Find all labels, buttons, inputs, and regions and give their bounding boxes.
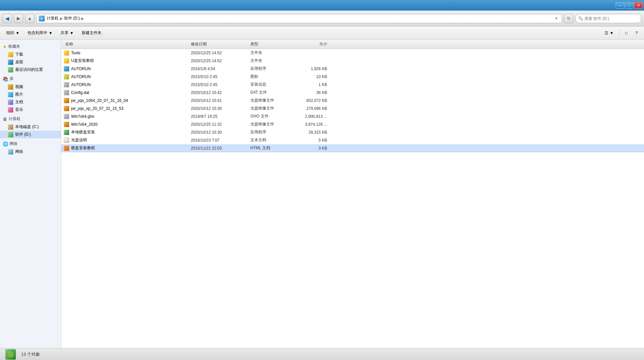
table-row[interactable]: AUTORUN 2016/1/8 4:54 应用程序 1,926 KB: [61, 65, 644, 73]
file-cell-date: 2020/10/12 15:42: [190, 90, 249, 95]
table-row[interactable]: Tools 2020/12/25 14:52 文件夹: [61, 49, 644, 57]
table-row[interactable]: pe_yqs_1064_20_07_31_16_04 2020/10/12 15…: [61, 97, 644, 105]
library-section: 📚 库 视频 图片 文档 音乐: [0, 75, 61, 113]
search-icon: 🔍: [578, 16, 583, 21]
file-name: Win7x64.gho: [71, 114, 94, 119]
maximize-button[interactable]: □: [625, 2, 633, 9]
file-cell-name: 硬盘安装教程: [64, 145, 190, 151]
organize-chevron-icon: ▼: [16, 31, 20, 35]
breadcrumb-computer[interactable]: 计算机: [47, 16, 59, 21]
table-row[interactable]: 本地硬盘安装 2020/10/12 15:30 应用程序 28,315 KB: [61, 128, 644, 136]
sidebar-item-desktop[interactable]: 桌面: [0, 58, 61, 66]
file-cell-date: 2020/10/12 15:41: [190, 98, 249, 103]
view-buttons: ☰ ▼ □ ?: [601, 28, 641, 38]
network-header[interactable]: 🌐 网络: [0, 140, 61, 148]
include-chevron-icon: ▼: [49, 31, 53, 35]
sidebar-item-network[interactable]: 网络: [0, 148, 61, 156]
favorites-section: ★ 收藏夹 下载 桌面 最近访问的位置: [0, 42, 61, 73]
include-button[interactable]: 包含到库中 ▼: [24, 28, 56, 38]
up-button[interactable]: ▲: [25, 14, 34, 23]
file-cell-size: 652,072 KB: [289, 98, 328, 103]
computer-icon: 🖥: [3, 116, 7, 122]
network-icon: [8, 149, 13, 155]
organize-label: 组织: [6, 30, 14, 36]
file-name: Tools: [71, 51, 80, 55]
table-row[interactable]: pe_yqs_xp_20_07_31_15_53 2020/10/12 15:3…: [61, 105, 644, 112]
view-button[interactable]: ☰ ▼: [601, 28, 617, 38]
file-cell-type: 光盘映像文件: [249, 121, 289, 127]
file-cell-size: 5 KB: [289, 138, 328, 143]
recent-icon: [8, 67, 13, 72]
new-folder-button[interactable]: 新建文件夹: [78, 28, 105, 38]
col-header-size[interactable]: 大小: [289, 41, 328, 47]
organize-button[interactable]: 组织 ▼: [3, 28, 23, 38]
file-cell-type: 文本文档: [249, 137, 289, 143]
file-cell-type: 文件夹: [249, 50, 289, 56]
file-name: Config.dat: [71, 90, 89, 95]
table-row[interactable]: AUTORUN 2015/5/10 2:45 图标 10 KB: [61, 73, 644, 81]
file-name: 本地硬盘安装: [71, 129, 95, 135]
file-cell-type: 安装信息: [249, 82, 289, 87]
computer-label: 计算机: [9, 116, 21, 122]
file-type-icon: [64, 90, 69, 95]
table-row[interactable]: U盘安装教程 2020/12/25 14:52 文件夹: [61, 57, 644, 65]
sidebar-item-download[interactable]: 下载: [0, 51, 61, 58]
file-cell-type: HTML 文档: [249, 145, 289, 151]
library-header[interactable]: 📚 库: [0, 75, 61, 83]
view-icon: ☰: [605, 31, 608, 35]
table-row[interactable]: Config.dat 2020/10/12 15:42 DAT 文件 36 KB: [61, 89, 644, 97]
file-cell-type: 光盘映像文件: [249, 106, 289, 111]
refresh-button[interactable]: ↻: [564, 14, 573, 23]
share-button[interactable]: 共享 ▼: [57, 28, 77, 38]
table-row[interactable]: 硬盘安装教程 2016/11/21 22:03 HTML 文档 3 KB: [61, 144, 644, 152]
download-icon: [8, 52, 13, 57]
breadcrumb-dropdown[interactable]: ▼: [553, 15, 560, 22]
col-header-name[interactable]: 名称: [64, 41, 190, 47]
network-label: 网络: [10, 141, 18, 147]
table-row[interactable]: AUTORUN 2015/5/10 2:45 安装信息 1 KB: [61, 81, 644, 89]
table-row[interactable]: 光盘说明 2016/10/23 7:07 文本文档 5 KB: [61, 136, 644, 144]
sidebar-item-desktop-label: 桌面: [15, 59, 23, 65]
search-input[interactable]: [584, 16, 638, 21]
breadcrumb-icon: 🖥: [39, 16, 45, 22]
file-cell-date: 2019/9/7 19:25: [190, 114, 249, 119]
close-button[interactable]: ✕: [634, 2, 643, 9]
minimize-button[interactable]: —: [616, 2, 624, 9]
col-header-type[interactable]: 类型: [249, 41, 289, 47]
file-cell-date: 2020/12/25 14:52: [190, 59, 249, 63]
sidebar: ★ 收藏夹 下载 桌面 最近访问的位置 📚 库: [0, 40, 61, 348]
help-button[interactable]: ?: [632, 28, 641, 38]
file-cell-size: 279,696 KB: [289, 106, 328, 111]
computer-header[interactable]: 🖥 计算机: [0, 115, 61, 123]
status-text: 13 个对象: [21, 351, 40, 357]
file-cell-type: 应用程序: [249, 129, 289, 135]
col-header-date[interactable]: 修改日期: [190, 41, 249, 47]
preview-button[interactable]: □: [622, 28, 631, 38]
include-label: 包含到库中: [27, 30, 47, 36]
sidebar-item-picture[interactable]: 图片: [0, 91, 61, 98]
status-app-icon: 🟢: [5, 349, 16, 360]
sidebar-item-music[interactable]: 音乐: [0, 106, 61, 113]
file-cell-type: 应用程序: [249, 66, 289, 71]
network-section: 🌐 网络 网络: [0, 140, 61, 156]
video-icon: [8, 84, 13, 90]
file-area: 名称 修改日期 类型 大小 Tools 2020/12/25 14:52 文件夹…: [61, 40, 644, 348]
view-chevron-icon: ▼: [610, 31, 614, 35]
search-bar[interactable]: 🔍: [575, 14, 641, 23]
sidebar-item-recent-label: 最近访问的位置: [15, 67, 43, 72]
breadcrumb-drive[interactable]: 软件 (D:): [64, 16, 80, 21]
file-cell-date: 2020/10/12 15:30: [190, 130, 249, 135]
table-row[interactable]: Win7x64_2020 2020/12/25 11:32 光盘映像文件 3,8…: [61, 120, 644, 128]
breadcrumb-bar[interactable]: 🖥 计算机 ▶ 软件 (D:) ▶ ▼: [36, 14, 562, 23]
document-icon: [8, 100, 13, 105]
sidebar-item-ddrive[interactable]: 软件 (D:): [0, 131, 61, 138]
forward-button[interactable]: ▶: [14, 14, 23, 23]
sidebar-item-cdrive[interactable]: 本地磁盘 (C:): [0, 123, 61, 131]
favorites-header[interactable]: ★ 收藏夹: [0, 42, 61, 51]
table-row[interactable]: Win7x64.gho 2019/9/7 19:25 GHO 文件 2,900,…: [61, 112, 644, 120]
ddrive-icon: [8, 132, 13, 137]
sidebar-item-recent[interactable]: 最近访问的位置: [0, 66, 61, 73]
sidebar-item-document[interactable]: 文档: [0, 98, 61, 106]
sidebar-item-video[interactable]: 视频: [0, 83, 61, 91]
back-button[interactable]: ◀: [3, 14, 12, 23]
